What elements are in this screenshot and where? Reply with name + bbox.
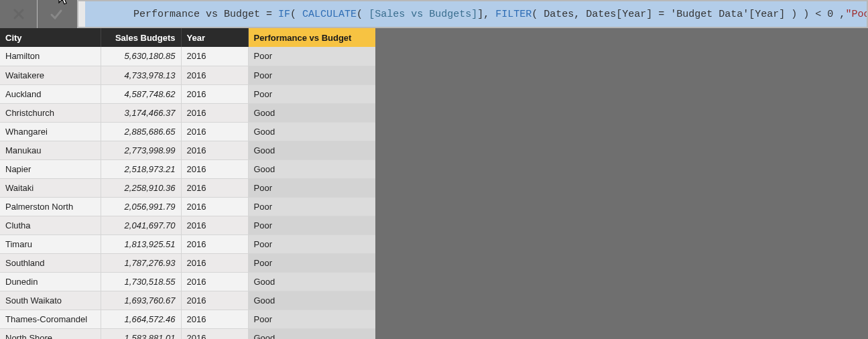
cell-city[interactable]: Christchurch (0, 103, 101, 122)
cell-sales-budgets[interactable]: 2,885,686.65 (101, 122, 181, 141)
cell-sales-budgets[interactable]: 1,583,881.01 (101, 328, 181, 339)
cell-performance-vs-budget[interactable]: Poor (248, 66, 375, 84)
table-row[interactable]: North Shore1,583,881.012016Good (0, 328, 375, 339)
cell-performance-vs-budget[interactable]: Poor (248, 234, 375, 253)
cell-year[interactable]: 2016 (181, 47, 248, 66)
cell-sales-budgets[interactable]: 1,730,518.55 (101, 272, 181, 291)
cell-performance-vs-budget[interactable]: Poor (248, 253, 375, 272)
cell-year[interactable]: 2016 (181, 159, 248, 178)
cell-city[interactable]: Palmerston North (0, 197, 101, 216)
cell-city[interactable]: North Shore (0, 328, 101, 339)
cell-sales-budgets[interactable]: 1,664,572.46 (101, 310, 181, 328)
table-row[interactable]: Timaru1,813,925.512016Poor (0, 234, 375, 253)
table-row[interactable]: Dunedin1,730,518.552016Good (0, 272, 375, 291)
cell-sales-budgets[interactable]: 2,258,910.36 (101, 178, 181, 197)
cell-performance-vs-budget[interactable]: Poor (248, 47, 375, 66)
column-header-sales-budgets[interactable]: Sales Budgets (101, 28, 181, 47)
cell-year[interactable]: 2016 (181, 103, 248, 122)
table-row[interactable]: South Waikato1,693,760.672016Good (0, 291, 375, 310)
table-row[interactable]: Clutha2,041,697.702016Poor (0, 216, 375, 234)
table-row[interactable]: Manukau2,773,998.992016Good (0, 141, 375, 159)
cell-performance-vs-budget[interactable]: Poor (248, 178, 375, 197)
cell-year[interactable]: 2016 (181, 141, 248, 159)
cell-city[interactable]: Napier (0, 159, 101, 178)
cell-city[interactable]: Manukau (0, 141, 101, 159)
cell-year[interactable]: 2016 (181, 253, 248, 272)
cell-year[interactable]: 2016 (181, 84, 248, 103)
cell-year[interactable]: 2016 (181, 66, 248, 84)
cell-year[interactable]: 2016 (181, 291, 248, 310)
table-row[interactable]: Palmerston North2,056,991.792016Poor (0, 197, 375, 216)
data-grid[interactable]: City Sales Budgets Year Performance vs B… (0, 28, 375, 339)
cell-performance-vs-budget[interactable]: Poor (248, 310, 375, 328)
cell-sales-budgets[interactable]: 3,174,466.37 (101, 103, 181, 122)
cell-year[interactable]: 2016 (181, 122, 248, 141)
column-header-city[interactable]: City (0, 28, 101, 47)
formula-input[interactable]: Performance vs Budget = IF( CALCULATE( [… (77, 0, 868, 28)
cell-performance-vs-budget[interactable]: Good (248, 103, 375, 122)
cell-sales-budgets[interactable]: 2,056,991.79 (101, 197, 181, 216)
formula-measure-name: Performance vs Budget (133, 9, 260, 20)
formula-bar: Performance vs Budget = IF( CALCULATE( [… (0, 0, 868, 28)
cell-performance-vs-budget[interactable]: Poor (248, 216, 375, 234)
cell-sales-budgets[interactable]: 4,587,748.62 (101, 84, 181, 103)
cell-performance-vs-budget[interactable]: Good (248, 141, 375, 159)
cell-sales-budgets[interactable]: 2,041,697.70 (101, 216, 181, 234)
cell-performance-vs-budget[interactable]: Good (248, 122, 375, 141)
cell-city[interactable]: Clutha (0, 216, 101, 234)
table-row[interactable]: Christchurch3,174,466.372016Good (0, 103, 375, 122)
cell-sales-budgets[interactable]: 4,733,978.13 (101, 66, 181, 84)
cell-city[interactable]: Waitakere (0, 66, 101, 84)
cell-sales-budgets[interactable]: 2,773,998.99 (101, 141, 181, 159)
cell-year[interactable]: 2016 (181, 216, 248, 234)
cell-performance-vs-budget[interactable]: Poor (248, 84, 375, 103)
cell-year[interactable]: 2016 (181, 178, 248, 197)
cell-sales-budgets[interactable]: 1,693,760.67 (101, 291, 181, 310)
cell-year[interactable]: 2016 (181, 310, 248, 328)
table-row[interactable]: Whangarei2,885,686.652016Good (0, 122, 375, 141)
cell-performance-vs-budget[interactable]: Good (248, 291, 375, 310)
table-row[interactable]: Hamilton5,630,180.852016Poor (0, 47, 375, 66)
cell-performance-vs-budget[interactable]: Poor (248, 197, 375, 216)
column-header-performance-vs-budget[interactable]: Performance vs Budget (248, 28, 375, 47)
table-row[interactable]: Southland1,787,276.932016Poor (0, 253, 375, 272)
cell-city[interactable]: Waitaki (0, 178, 101, 197)
table-row[interactable]: Napier2,518,973.212016Good (0, 159, 375, 178)
cell-sales-budgets[interactable]: 5,630,180.85 (101, 47, 181, 66)
cancel-formula-button[interactable] (0, 0, 37, 28)
cell-city[interactable]: Thames-Coromandel (0, 310, 101, 328)
table-row[interactable]: Waitaki2,258,910.362016Poor (0, 178, 375, 197)
close-icon (12, 7, 25, 21)
cell-performance-vs-budget[interactable]: Good (248, 272, 375, 291)
cell-year[interactable]: 2016 (181, 234, 248, 253)
cell-performance-vs-budget[interactable]: Good (248, 159, 375, 178)
cell-performance-vs-budget[interactable]: Good (248, 328, 375, 339)
table-row[interactable]: Thames-Coromandel1,664,572.462016Poor (0, 310, 375, 328)
commit-formula-button[interactable] (38, 0, 74, 28)
table-row[interactable]: Waitakere4,733,978.132016Poor (0, 66, 375, 84)
cell-city[interactable]: Auckland (0, 84, 101, 103)
cell-year[interactable]: 2016 (181, 272, 248, 291)
table-row[interactable]: Auckland4,587,748.622016Poor (0, 84, 375, 103)
table-header-row: City Sales Budgets Year Performance vs B… (0, 28, 375, 47)
report-canvas[interactable] (375, 28, 868, 339)
cell-year[interactable]: 2016 (181, 197, 248, 216)
cell-year[interactable]: 2016 (181, 328, 248, 339)
cell-sales-budgets[interactable]: 2,518,973.21 (101, 159, 181, 178)
cell-sales-budgets[interactable]: 1,813,925.51 (101, 234, 181, 253)
cell-city[interactable]: Southland (0, 253, 101, 272)
cell-city[interactable]: South Waikato (0, 291, 101, 310)
column-header-year[interactable]: Year (181, 28, 248, 47)
cell-sales-budgets[interactable]: 1,787,276.93 (101, 253, 181, 272)
cell-city[interactable]: Dunedin (0, 272, 101, 291)
cell-city[interactable]: Whangarei (0, 122, 101, 141)
checkmark-icon (50, 7, 63, 21)
cell-city[interactable]: Hamilton (0, 47, 101, 66)
cell-city[interactable]: Timaru (0, 234, 101, 253)
